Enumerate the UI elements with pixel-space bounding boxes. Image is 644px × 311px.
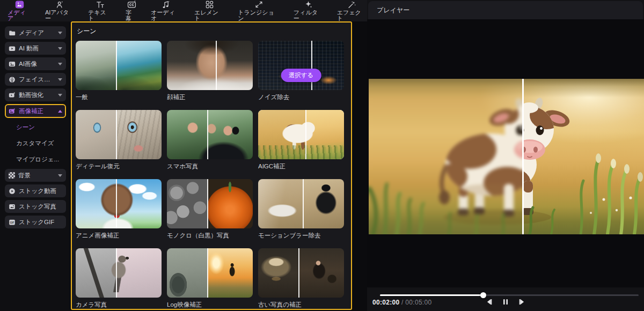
tab-audio[interactable]: オーディオ bbox=[151, 0, 181, 21]
sidebar-item-label: ストック動画 bbox=[19, 187, 56, 195]
time-separator: / bbox=[399, 299, 405, 306]
tab-ai-avatar[interactable]: AIアバター bbox=[45, 0, 75, 21]
before-half bbox=[258, 248, 298, 298]
scene-card-log-footage-enhance[interactable]: Log映像補正 bbox=[167, 248, 253, 308]
sidebar-item-label: ストックGIF bbox=[19, 218, 54, 226]
before-half bbox=[167, 110, 207, 159]
faceswap-icon bbox=[9, 76, 16, 83]
sidebar-item-label: ストック写真 bbox=[19, 203, 56, 211]
sidebar-subitem-my-projects[interactable]: マイプロジェ... bbox=[5, 153, 66, 166]
before-after-thumb bbox=[76, 179, 162, 228]
sidebar-item-label: 背景 bbox=[18, 172, 31, 180]
ai-image-icon bbox=[9, 61, 16, 68]
sidebar-item-stock-gif[interactable]: GIF ストックGIF bbox=[5, 216, 66, 228]
text-icon bbox=[96, 0, 105, 9]
scene-card-monochrome-photo[interactable]: モノクロ（白黒）写真 bbox=[167, 179, 253, 239]
before-half bbox=[76, 41, 116, 90]
sidebar-item-stock-video[interactable]: ストック動画 bbox=[5, 184, 66, 197]
tab-label: フィルター bbox=[294, 10, 324, 21]
card-label: カメラ写真 bbox=[76, 301, 162, 308]
scene-card-noise-removal[interactable]: 選択する ノイズ除去 bbox=[258, 41, 344, 101]
before-after-thumb bbox=[167, 41, 253, 90]
sidebar-subitem-label: マイプロジェ... bbox=[16, 156, 59, 164]
gif-icon: GIF bbox=[9, 219, 16, 226]
pause-button[interactable] bbox=[501, 298, 510, 306]
compare-divider[interactable] bbox=[522, 79, 524, 234]
prev-frame-icon bbox=[485, 298, 493, 306]
section-title: シーン bbox=[77, 27, 351, 36]
pause-icon bbox=[501, 298, 510, 306]
sidebar-subitem-customize[interactable]: カスタマイズ bbox=[5, 137, 66, 150]
checkerboard-icon bbox=[9, 172, 15, 179]
card-label: スマホ写真 bbox=[167, 162, 253, 170]
tab-filters[interactable]: フィルター bbox=[294, 0, 324, 21]
tab-transitions[interactable]: トランジション bbox=[238, 0, 280, 21]
scene-card-motion-blur-removal[interactable]: モーションブラー除去 bbox=[258, 179, 344, 239]
video-preview[interactable] bbox=[369, 79, 644, 234]
tab-media[interactable]: メディア bbox=[8, 0, 32, 21]
svg-text:GIF: GIF bbox=[10, 221, 14, 224]
left-sidebar: メディア AI 動画 AI画像 フェイススワ... 動画強化 画像補正 シーン … bbox=[0, 21, 70, 311]
tab-elements[interactable]: エレメント bbox=[194, 0, 224, 21]
scene-card-camera-photo[interactable]: カメラ写真 bbox=[76, 248, 162, 308]
next-frame-button[interactable] bbox=[518, 298, 526, 306]
video-enhance-icon bbox=[9, 92, 16, 99]
sidebar-item-label: AI画像 bbox=[19, 60, 37, 68]
sidebar-subitem-scene[interactable]: シーン bbox=[5, 121, 66, 134]
player-header: プレイヤー bbox=[368, 1, 643, 19]
before-half bbox=[258, 110, 305, 159]
after-half bbox=[116, 41, 162, 90]
compare-divider bbox=[216, 41, 217, 90]
scene-card-aigc-enhance[interactable]: AIGC補正 bbox=[258, 110, 344, 170]
before-half bbox=[76, 110, 116, 159]
compare-divider bbox=[303, 179, 304, 228]
chevron-down-icon bbox=[58, 47, 62, 50]
sidebar-item-video-enhance[interactable]: 動画強化 bbox=[5, 88, 66, 101]
sidebar-item-stock-photo[interactable]: ストック写真 bbox=[5, 200, 66, 213]
sidebar-item-ai-image[interactable]: AI画像 bbox=[5, 57, 66, 70]
after-half bbox=[216, 41, 253, 90]
prev-frame-button[interactable] bbox=[485, 298, 493, 306]
chevron-down-icon bbox=[58, 94, 62, 97]
compare-divider bbox=[116, 41, 117, 90]
after-half bbox=[303, 179, 344, 228]
tab-effects[interactable]: エフェクト bbox=[337, 0, 367, 21]
before-blur-region bbox=[369, 79, 522, 234]
sidebar-item-background[interactable]: 背景 bbox=[5, 169, 66, 182]
sidebar-item-label: 画像補正 bbox=[19, 107, 43, 115]
app-window: { "colors": { "accent_purple": "#b06fe6"… bbox=[0, 0, 644, 311]
scene-card-smartphone-photo[interactable]: スマホ写真 bbox=[167, 110, 253, 170]
after-half bbox=[116, 110, 162, 159]
before-after-thumb bbox=[258, 179, 344, 228]
player-panel: プレイヤー bbox=[367, 0, 644, 311]
after-half bbox=[298, 248, 344, 298]
sidebar-item-ai-video[interactable]: AI 動画 bbox=[5, 42, 66, 55]
after-half bbox=[207, 248, 253, 298]
select-button[interactable]: 選択する bbox=[281, 69, 321, 82]
scene-card-face-enhance[interactable]: 顔補正 bbox=[167, 41, 253, 101]
time-current: 00:02:00 bbox=[372, 299, 399, 306]
media-icon bbox=[15, 0, 24, 9]
before-after-thumb bbox=[167, 110, 253, 159]
tab-captions[interactable]: 字幕 bbox=[126, 0, 137, 21]
sidebar-item-image-enhance[interactable]: 画像補正 bbox=[5, 104, 66, 118]
sidebar-item-media[interactable]: メディア bbox=[5, 26, 66, 39]
next-frame-icon bbox=[518, 298, 526, 306]
scene-card-old-photo-restore[interactable]: 古い写真の補正 bbox=[258, 248, 344, 308]
tab-label: オーディオ bbox=[151, 10, 181, 21]
filters-icon bbox=[304, 0, 313, 9]
tab-label: AIアバター bbox=[45, 10, 75, 21]
tab-text[interactable]: テキスト bbox=[88, 0, 112, 21]
chevron-down-icon bbox=[58, 63, 62, 65]
scene-card-detail-restore[interactable]: ディテール復元 bbox=[76, 110, 162, 170]
sidebar-item-label: メディア bbox=[19, 29, 44, 37]
compare-divider bbox=[207, 179, 208, 228]
sidebar-item-faceswap[interactable]: フェイススワ... bbox=[5, 73, 66, 86]
scene-card-anime-image-enhance[interactable]: アニメ画像補正 bbox=[76, 179, 162, 239]
sidebar-item-label: フェイススワ... bbox=[19, 76, 55, 84]
player-title: プレイヤー bbox=[377, 6, 409, 15]
scene-card-general[interactable]: 一般 bbox=[76, 41, 162, 101]
compare-divider bbox=[207, 110, 208, 159]
audio-icon bbox=[161, 0, 170, 9]
before-half bbox=[258, 41, 311, 90]
